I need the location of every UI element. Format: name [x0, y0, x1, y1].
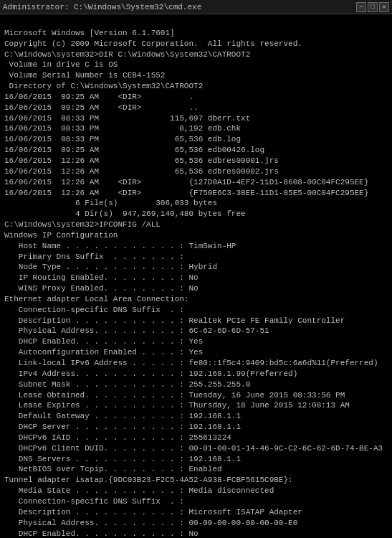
close-button[interactable]: ✕ [379, 2, 389, 12]
minimize-button[interactable]: − [356, 2, 366, 12]
terminal-line: Ethernet adapter Local Area Connection: [4, 294, 388, 305]
terminal-line: Lease Obtained. . . . . . . . . . : Tues… [4, 390, 388, 401]
terminal-line: DHCPv6 IAID . . . . . . . . . . . : 2556… [4, 433, 388, 443]
terminal-line: Physical Address. . . . . . . . . : 6C-6… [4, 326, 388, 336]
terminal-line: Link-local IPv6 Address . . . . . : fe80… [4, 358, 388, 369]
terminal-line: 16/06/2015 12:26 AM <DIR> {F750E6C3-38EE… [4, 188, 388, 199]
terminal-line: Primary Dns Suffix . . . . . . . : [4, 252, 388, 263]
terminal-line: Microsoft Windows [Version 6.1.7601] [4, 28, 388, 39]
terminal-line: Copyright (c) 2009 Microsoft Corporation… [4, 39, 388, 49]
title-bar-buttons: − □ ✕ [356, 2, 389, 12]
maximize-button[interactable]: □ [368, 2, 378, 12]
terminal-line: DNS Servers . . . . . . . . . . . : 192.… [4, 454, 388, 465]
title-bar-text: Administrator: C:\Windows\System32\cmd.e… [3, 3, 201, 11]
terminal-line: Volume in drive C is OS [4, 60, 388, 70]
terminal-line: DHCP Enabled. . . . . . . . . . . : No [4, 529, 388, 539]
terminal-line: Connection-specific DNS Suffix . : [4, 305, 388, 316]
terminal-line: 16/06/2015 08:33 PM 65,536 edb.log [4, 134, 388, 145]
terminal[interactable]: Microsoft Windows [Version 6.1.7601]Copy… [0, 14, 392, 538]
terminal-line: 16/06/2015 12:26 AM 65,536 edbres00002.j… [4, 166, 388, 177]
terminal-line: Volume Serial Number is CEB4-1552 [4, 70, 388, 81]
terminal-line: 6 File(s) 306,033 bytes [4, 198, 388, 209]
terminal-line: Subnet Mask . . . . . . . . . . . : 255.… [4, 379, 388, 390]
terminal-line: Host Name . . . . . . . . . . . . : TimS… [4, 241, 388, 252]
title-bar: Administrator: C:\Windows\System32\cmd.e… [0, 0, 392, 14]
terminal-line: Connection-specific DNS Suffix . : [4, 496, 388, 507]
terminal-line: NetBIOS over Tcpip. . . . . . . . : Enab… [4, 464, 388, 475]
terminal-line: 16/06/2015 12:26 AM 65,536 edbres00001.j… [4, 156, 388, 166]
terminal-line: Default Gateway . . . . . . . . . : 192.… [4, 411, 388, 422]
terminal-line: Directory of C:\Windows\System32\CATROOT… [4, 81, 388, 92]
terminal-line: Tunnel adapter isatap.{9DC03B23-F2C5-4A5… [4, 475, 388, 486]
terminal-line: 16/06/2015 12:26 AM <DIR> {127D0A1D-4EF2… [4, 177, 388, 188]
terminal-line: Node Type . . . . . . . . . . . . : Hybr… [4, 262, 388, 273]
terminal-line: C:\Windows\system32>DIR C:\Windows\Syste… [4, 49, 388, 60]
terminal-line: Description . . . . . . . . . . . : Micr… [4, 507, 388, 518]
terminal-line: Autoconfiguration Enabled . . . . : Yes [4, 347, 388, 358]
terminal-line: 16/06/2015 09:25 AM <DIR> .. [4, 103, 388, 113]
terminal-line: Media State . . . . . . . . . . . : Medi… [4, 486, 388, 496]
terminal-line: DHCP Enabled. . . . . . . . . . . : Yes [4, 336, 388, 347]
terminal-line: 4 Dir(s) 947,269,140,480 bytes free [4, 209, 388, 220]
terminal-line: Physical Address. . . . . . . . . : 00-0… [4, 518, 388, 529]
terminal-line: 16/06/2015 08:33 PM 115,697 dberr.txt [4, 113, 388, 124]
terminal-line: DHCP Server . . . . . . . . . . . : 192.… [4, 422, 388, 433]
terminal-line: Lease Expires . . . . . . . . . . : Thur… [4, 400, 388, 411]
terminal-line: 16/06/2015 09:25 AM <DIR> . [4, 92, 388, 103]
terminal-line: C:\Windows\system32>IPCONFIG /ALL [4, 220, 388, 230]
terminal-line: WINS Proxy Enabled. . . . . . . . : No [4, 283, 388, 294]
terminal-line: 16/06/2015 08:33 PM 8,192 edb.chk [4, 123, 388, 134]
terminal-line: Description . . . . . . . . . . . : Real… [4, 316, 388, 326]
terminal-line: IP Routing Enabled. . . . . . . . : No [4, 273, 388, 283]
terminal-line: 16/06/2015 09:25 AM 65,536 edb00426.log [4, 145, 388, 156]
terminal-line: IPv4 Address. . . . . . . . . . . : 192.… [4, 369, 388, 379]
terminal-line: Windows IP Configuration [4, 230, 388, 241]
terminal-line: DHCPv6 Client DUID. . . . . . . . : 00-0… [4, 443, 388, 454]
